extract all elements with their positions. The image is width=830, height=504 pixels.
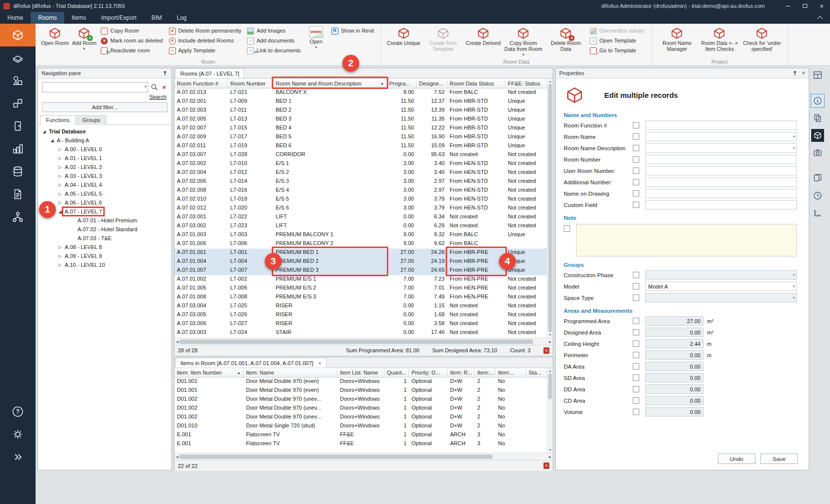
show-in-revit-button[interactable]: Show in Revit — [332, 27, 374, 35]
col-priority[interactable]: Priority: D... — [409, 368, 448, 377]
table-row[interactable]: D01.010 Door Metal Single 720 (stud) Doo… — [174, 422, 547, 431]
scroll-down-icon[interactable]: ▼ — [548, 333, 551, 337]
rooms-tab[interactable]: Rooms [A.07 - LEVEL 7] — [175, 68, 244, 78]
table-row[interactable]: A.07.02.007 L7-015 BED 4 11.50 12.22 Fro… — [174, 124, 547, 133]
note-checkbox[interactable] — [564, 225, 570, 232]
ribbon-button[interactable]: Check for 'under specified' ▾ — [741, 25, 783, 53]
field-checkbox[interactable] — [633, 168, 639, 174]
scroll-left-icon[interactable]: ◀ — [176, 339, 178, 344]
minimize-button[interactable] — [780, 0, 796, 12]
tree-item[interactable]: ▷ A.06 - LEVEL 6 — [38, 198, 171, 207]
model-panel-button[interactable] — [811, 129, 824, 142]
ribbon-small-button[interactable]: Go to Template — [590, 46, 644, 55]
table-row[interactable]: A.07.01.002 L7-002 PREMIUM E/S 1 7.00 7.… — [174, 275, 547, 284]
sidebar-module-organization[interactable] — [0, 206, 36, 228]
scroll-up-icon[interactable]: ▲ — [548, 369, 551, 373]
ribbon-button[interactable]: Create Derived ▾ — [464, 25, 502, 47]
horizontal-scrollbar[interactable]: ◀ ▶ — [174, 337, 553, 345]
ribbon-small-button[interactable]: Include deleted Rooms — [169, 37, 242, 45]
field-checkbox[interactable] — [633, 352, 639, 358]
col-room-function[interactable]: Room Function # — [174, 79, 228, 88]
ribbon-button[interactable]: Copy Room Data from Room ▾ — [502, 25, 544, 58]
table-row[interactable]: A.07.03.002 L7-023 LIFT 0.00 6.29 Not cr… — [174, 222, 547, 231]
maximize-button[interactable] — [796, 0, 813, 12]
field-input[interactable] — [645, 407, 704, 417]
col-room-name[interactable]: Room Name and Room Description▲ — [273, 79, 387, 88]
tree-item[interactable]: ◢ Trial Database — [38, 127, 171, 136]
field-input[interactable] — [645, 316, 704, 326]
menu-tab[interactable]: Home — [0, 12, 31, 24]
table-row[interactable]: D01.002 Door Metal Double 970 (unev... D… — [174, 395, 547, 404]
field-input[interactable]: ▾ — [645, 121, 797, 130]
table-row[interactable]: A.07.03.005 L7-026 RISER 0.00 1.68 Not c… — [174, 311, 547, 320]
field-input[interactable]: ▾ — [645, 155, 797, 164]
ribbon-button[interactable]: Open Room ▾ — [40, 25, 71, 47]
navigation-tab[interactable]: Functions — [40, 115, 76, 125]
tree-expander-icon[interactable]: ▷ — [57, 174, 63, 178]
ribbon-small-button[interactable]: Open Template — [590, 37, 644, 45]
measure-panel-button[interactable] — [811, 207, 824, 219]
field-checkbox[interactable] — [633, 409, 639, 415]
col-item-number[interactable]: Item: Item Number▲ — [174, 368, 244, 377]
report-icon[interactable] — [543, 347, 549, 354]
field-dropdown[interactable]: ▾ — [645, 293, 797, 302]
field-checkbox[interactable] — [633, 283, 639, 290]
ribbon-small-button[interactable]: Link to documents — [247, 46, 300, 55]
menu-tab[interactable]: Import/Export — [93, 12, 144, 24]
menu-tab[interactable]: Items — [64, 12, 93, 24]
field-input[interactable] — [645, 362, 704, 371]
col-item-6[interactable]: Item:... — [475, 368, 496, 377]
field-input[interactable] — [645, 373, 704, 382]
tree-expander-icon[interactable]: ▷ — [57, 201, 63, 205]
col-item-list[interactable]: Item List: Name — [337, 368, 384, 377]
tree-item[interactable]: ▷ A.09 - LEVEL 9 — [38, 252, 171, 260]
field-dropdown[interactable]: ▾ — [645, 282, 797, 291]
table-row[interactable]: A.07.01.003 L7-003 PREMIUM BALCONY 1 9.0… — [174, 231, 547, 240]
menu-tab[interactable]: Log — [169, 12, 194, 24]
field-checkbox[interactable] — [633, 190, 639, 197]
items-tab[interactable]: Items in Room [A.07.01.001, A.07.01.004,… — [175, 358, 327, 368]
search-link[interactable]: Search — [38, 92, 171, 100]
col-ffe-status[interactable]: FF&E: Status — [505, 79, 547, 88]
collapse-ribbon-button[interactable] — [818, 12, 822, 24]
scroll-thumb[interactable] — [179, 455, 493, 459]
pages-panel-button[interactable] — [811, 112, 824, 125]
pin-icon[interactable] — [792, 70, 798, 76]
tree-item[interactable]: ▷ A.01 - LEVEL 1 — [38, 154, 171, 163]
info-panel-button[interactable]: i — [811, 94, 824, 107]
col-status[interactable]: Sta... — [526, 368, 547, 377]
scroll-thumb[interactable] — [179, 339, 533, 344]
table-row[interactable]: A.07.02.001 L7-009 BED 1 11.50 12.37 Fro… — [174, 97, 547, 106]
col-designed[interactable]: Designe... — [416, 79, 447, 88]
table-row[interactable]: A.07.02.008 L7-016 E/S 4 3.00 2.97 From … — [174, 186, 547, 195]
vertical-scrollbar[interactable]: ▲ ▼ — [547, 79, 553, 337]
table-layout-button[interactable] — [811, 69, 824, 82]
pin-icon[interactable] — [162, 70, 168, 76]
field-input[interactable] — [645, 384, 704, 394]
ribbon-small-button[interactable]: Delete Room permanently — [169, 27, 242, 35]
table-row[interactable]: A.07.03.004 L7-025 RISER 0.00 1.15 Not c… — [174, 302, 547, 311]
tree-item[interactable]: ▷ A.02 - LEVEL 2 — [38, 163, 171, 171]
chevron-down-icon[interactable]: ▾ — [793, 146, 795, 150]
table-row[interactable]: A.07.02.002 L7-010 E/S 1 3.00 3.40 From … — [174, 160, 547, 168]
table-row[interactable]: E.001 Flatscreen TV FF&E 1 Optional ARCH… — [174, 440, 547, 449]
col-item-7[interactable]: Item:... — [496, 368, 526, 377]
field-checkbox[interactable] — [633, 318, 639, 324]
field-checkbox[interactable] — [633, 386, 639, 392]
table-row[interactable]: A.07.02.012 L7-020 E/S 6 3.00 3.79 From … — [174, 204, 547, 213]
note-textarea[interactable] — [576, 224, 797, 256]
report-icon[interactable] — [543, 462, 549, 469]
field-checkbox[interactable] — [633, 340, 639, 347]
close-panel-icon[interactable]: × — [802, 70, 805, 77]
settings-button[interactable] — [0, 423, 36, 446]
tree-item[interactable]: ▷ A.04 - LEVEL 4 — [38, 180, 171, 189]
ribbon-button[interactable]: Create from Template ▾ — [422, 25, 464, 53]
field-input[interactable]: ▾ — [645, 132, 797, 141]
field-checkbox[interactable] — [633, 202, 639, 208]
tree-expander-icon[interactable]: ▷ — [57, 156, 63, 161]
scroll-right-icon[interactable]: ▶ — [549, 455, 551, 459]
table-row[interactable]: A.07.02.005 L7-013 BED 3 11.50 11.35 Fro… — [174, 115, 547, 124]
col-quantity[interactable]: Quant... — [384, 368, 409, 377]
table-row[interactable]: A.07.03.001 L7-022 LIFT 0.00 6.34 Not cr… — [174, 213, 547, 222]
close-tab-icon[interactable]: × — [318, 360, 321, 366]
